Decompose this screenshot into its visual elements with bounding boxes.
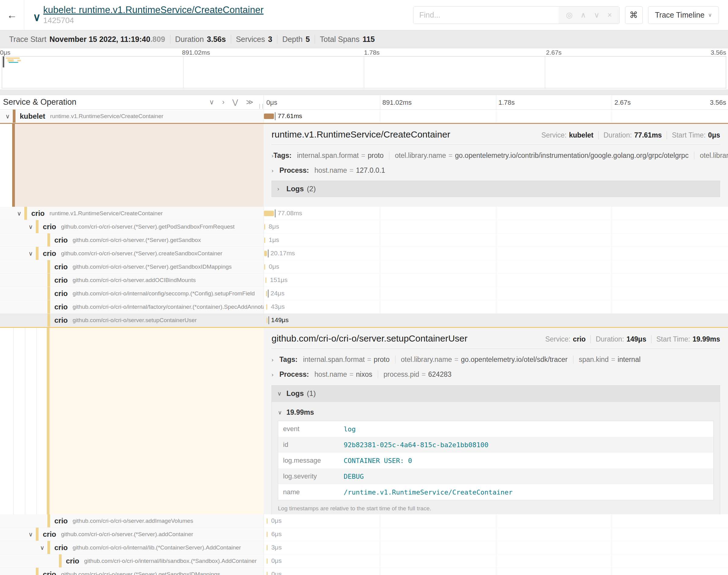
span-bar-cell[interactable]: 77.08ms — [264, 207, 728, 220]
span-rows: ∨kubeletruntime.v1.RuntimeService/Create… — [0, 110, 728, 575]
span-duration-bar[interactable] — [267, 545, 268, 550]
next-match-icon[interactable]: ∨ — [594, 11, 599, 20]
span-name-cell[interactable]: ∨criogithub.com/cri-o/cri-o/server.(*Ser… — [0, 220, 264, 233]
match-locate-icon[interactable]: ◎ — [566, 11, 572, 20]
log-entry-timestamp: 19.99ms — [287, 408, 314, 416]
span-name-cell[interactable]: ∨criogithub.com/cri-o/cri-o/server.(*Ser… — [0, 247, 264, 260]
span-duration-bar[interactable] — [264, 264, 265, 270]
expand-chevron-icon[interactable]: ∨ — [26, 531, 36, 538]
minimap-canvas[interactable] — [2, 56, 726, 88]
span-detail-meta: Service:kubelet Duration:77.61ms Start T… — [536, 131, 720, 139]
span-bar-cell[interactable]: 0μs — [264, 568, 728, 575]
span-name-cell[interactable]: criogithub.com/cri-o/cri-o/internal/fact… — [0, 300, 264, 314]
clear-find-icon[interactable]: × — [607, 11, 612, 20]
tags-row[interactable]: › Tags: internal.span.format=protootel.l… — [271, 356, 720, 364]
logs-label: Logs — [287, 389, 304, 398]
view-select-button[interactable]: Trace Timeline ∨ — [648, 6, 719, 24]
span-bar-cell[interactable]: 149μs — [264, 314, 728, 327]
span-name-cell[interactable]: criogithub.com/cri-o/cri-o/server.addOCI… — [0, 274, 264, 287]
span-duration-bar[interactable] — [264, 211, 274, 216]
span-name-cell[interactable]: ∨crioruntime.v1.RuntimeService/CreateCon… — [0, 207, 264, 220]
span-name-cell[interactable]: criogithub.com/cri-o/cri-o/server.(*Serv… — [0, 233, 264, 247]
span-name-cell[interactable]: criogithub.com/cri-o/cri-o/server.addIma… — [0, 514, 264, 528]
span-bar-cell[interactable]: 0μs — [264, 260, 728, 274]
expand-chevron-icon[interactable]: ∨ — [26, 223, 36, 230]
span-bar-cell[interactable]: 20.17ms — [264, 247, 728, 260]
span-duration-bar[interactable] — [266, 304, 267, 310]
expand-chevron-icon[interactable]: ∨ — [14, 210, 24, 217]
span-name-cell[interactable]: ∨criogithub.com/cri-o/cri-o/server.(*Ser… — [0, 528, 264, 541]
expand-chevron-icon[interactable]: ∨ — [37, 544, 47, 551]
span-duration-bar[interactable] — [267, 518, 268, 524]
logs-accordion[interactable]: ∨ Logs (1) — [271, 385, 720, 402]
minimap-range-handle[interactable] — [3, 57, 4, 67]
tag-item: internal.span.format=proto — [297, 151, 389, 160]
find-input[interactable] — [413, 7, 559, 24]
span-row[interactable]: ∨criogithub.com/cri-o/cri-o/internal/lib… — [0, 541, 728, 554]
span-name-cell[interactable]: criogithub.com/cri-o/cri-o/internal/conf… — [0, 287, 264, 300]
expand-one-icon[interactable]: › — [222, 98, 225, 106]
span-duration-label: 20.17ms — [271, 249, 295, 257]
span-name-cell[interactable]: criogithub.com/cri-o/cri-o/internal/lib/… — [0, 554, 264, 568]
service-name: crio — [66, 557, 79, 565]
span-duration-bar[interactable] — [264, 251, 267, 256]
span-bar-cell[interactable]: 77.61ms — [264, 110, 728, 123]
span-bar-cell[interactable]: 24μs — [264, 287, 728, 300]
trace-title-link[interactable]: kubelet: runtime.v1.RuntimeService/Creat… — [43, 5, 263, 15]
span-bar-cell[interactable]: 3μs — [264, 541, 728, 554]
logs-accordion[interactable]: › Logs (2) — [271, 181, 720, 197]
service-operation-header: Service & Operation ∨ › ⋁ ≫ — [0, 95, 264, 109]
expand-chevron-icon[interactable]: ∨ — [2, 113, 13, 120]
keyboard-shortcuts-button[interactable]: ⌘ — [625, 6, 643, 24]
trace-title-chevron-icon[interactable]: ∨ — [33, 11, 41, 24]
span-name-cell[interactable]: criogithub.com/cri-o/cri-o/server.(*Serv… — [0, 260, 264, 274]
span-duration-bar[interactable] — [264, 224, 265, 230]
span-duration-bar[interactable] — [264, 113, 274, 119]
span-row[interactable]: criogithub.com/cri-o/cri-o/server.setupC… — [0, 314, 728, 327]
expand-all-icon[interactable]: ≫ — [246, 98, 253, 106]
span-row[interactable]: ∨criogithub.com/cri-o/cri-o/server.(*Ser… — [0, 220, 728, 233]
span-row[interactable]: criogithub.com/cri-o/cri-o/server.addIma… — [0, 514, 728, 528]
span-bar-cell[interactable]: 1μs — [264, 233, 728, 247]
span-row[interactable]: ∨crioruntime.v1.RuntimeService/CreateCon… — [0, 207, 728, 220]
span-duration-bar[interactable] — [267, 317, 268, 323]
expand-chevron-icon[interactable]: ∨ — [26, 250, 36, 257]
prev-match-icon[interactable]: ∧ — [581, 11, 586, 20]
back-button[interactable]: ← — [0, 0, 24, 30]
span-row[interactable]: ∨criogithub.com/cri-o/cri-o/server.(*Ser… — [0, 247, 728, 260]
span-bar-cell[interactable]: 151μs — [264, 274, 728, 287]
span-row[interactable]: criogithub.com/cri-o/cri-o/internal/fact… — [0, 300, 728, 314]
span-duration-bar[interactable] — [266, 291, 267, 296]
collapse-one-icon[interactable]: ∨ — [209, 98, 214, 106]
span-row[interactable]: ∨criogithub.com/cri-o/cri-o/server.(*Ser… — [0, 528, 728, 541]
span-duration-bar[interactable] — [264, 237, 265, 243]
collapse-all-icon[interactable]: ⋁ — [232, 98, 238, 106]
span-bar-cell[interactable]: 6μs — [264, 528, 728, 541]
span-name-cell[interactable]: ∨criogithub.com/cri-o/cri-o/internal/lib… — [0, 541, 264, 554]
tags-row[interactable]: › Tags: internal.span.format=protootel.l… — [271, 151, 720, 160]
span-duration-label: 0μs — [269, 263, 279, 270]
span-name-cell[interactable]: criogithub.com/cri-o/cri-o/server.(*Serv… — [0, 568, 264, 575]
span-row[interactable]: criogithub.com/cri-o/cri-o/internal/lib/… — [0, 554, 728, 568]
span-bar-cell[interactable]: 0μs — [264, 554, 728, 568]
span-row[interactable]: ∨kubeletruntime.v1.RuntimeService/Create… — [0, 110, 728, 123]
process-row[interactable]: › Process: host.name=nixosprocess.pid=62… — [271, 370, 720, 379]
span-duration-bar[interactable] — [265, 277, 266, 283]
span-row[interactable]: criogithub.com/cri-o/cri-o/server.(*Serv… — [0, 260, 728, 274]
process-row[interactable]: › Process: host.name=127.0.0.1 — [271, 166, 720, 175]
span-duration-bar[interactable] — [267, 532, 268, 537]
span-bar-cell[interactable]: 0μs — [264, 514, 728, 528]
span-row[interactable]: criogithub.com/cri-o/cri-o/server.(*Serv… — [0, 233, 728, 247]
span-duration-bar[interactable] — [267, 572, 268, 575]
column-resize-grip[interactable] — [259, 104, 263, 109]
minimap-span-bar — [6, 57, 20, 59]
log-entry-toggle[interactable]: ∨ 19.99ms — [278, 406, 714, 421]
span-bar-cell[interactable]: 43μs — [264, 300, 728, 314]
span-row[interactable]: criogithub.com/cri-o/cri-o/server.(*Serv… — [0, 568, 728, 575]
span-bar-cell[interactable]: 8μs — [264, 220, 728, 233]
span-row[interactable]: criogithub.com/cri-o/cri-o/server.addOCI… — [0, 274, 728, 287]
span-name-cell[interactable]: criogithub.com/cri-o/cri-o/server.setupC… — [0, 314, 264, 327]
span-row[interactable]: criogithub.com/cri-o/cri-o/internal/conf… — [0, 287, 728, 300]
span-duration-bar[interactable] — [267, 558, 268, 564]
span-name-cell[interactable]: ∨kubeletruntime.v1.RuntimeService/Create… — [0, 110, 264, 123]
